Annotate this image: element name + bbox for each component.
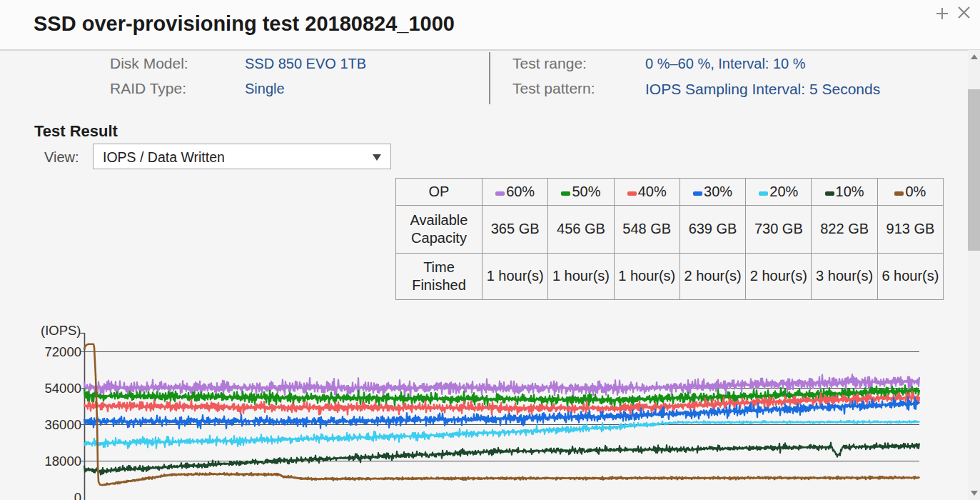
svg-text:72000: 72000 <box>45 344 81 359</box>
svg-text:18000: 18000 <box>45 454 81 469</box>
svg-text:0: 0 <box>74 490 81 500</box>
svg-text:36000: 36000 <box>45 417 81 432</box>
svg-text:(IOPS): (IOPS) <box>41 323 81 338</box>
svg-text:54000: 54000 <box>45 381 81 396</box>
